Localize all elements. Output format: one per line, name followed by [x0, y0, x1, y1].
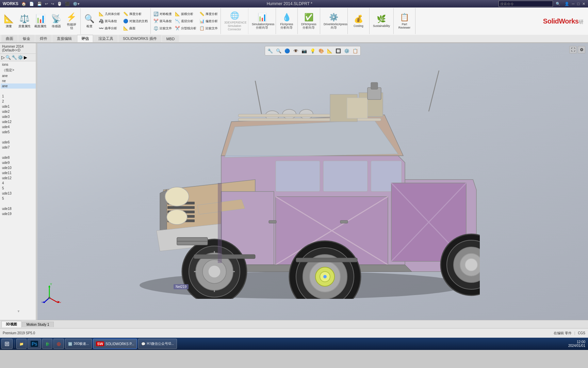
deviation-btn[interactable]: 📊 偏差分析	[198, 18, 219, 25]
compare-btn[interactable]: ⚖️ 比较文件	[152, 25, 173, 32]
viewport[interactable]: 🔧 🔍 🔵 👁️ 📷 💡 🎨 📐 🔲 ⚙️ 📋 ⛶ ⚙	[37, 43, 588, 320]
vp-camera-btn[interactable]: 📷	[300, 47, 308, 55]
tree-item-5b[interactable]: 5	[1, 196, 36, 201]
tree-item-ions[interactable]: ions	[1, 62, 36, 67]
user-icon[interactable]: 👤	[565, 2, 569, 6]
tree-item-ude3[interactable]: ude3	[1, 114, 36, 119]
vp-orient-btn[interactable]: 🔧	[266, 47, 274, 55]
symmetric-btn[interactable]: 🔄 对称检查	[152, 11, 173, 17]
tree-item-ude12[interactable]: ude12	[1, 119, 36, 124]
tree-item-ane2[interactable]: ane	[1, 83, 36, 89]
save-btn[interactable]: 💾	[36, 1, 43, 6]
taskbar-folder-btn[interactable]: 📁	[16, 339, 27, 349]
tree-item-ude4[interactable]: ude4	[1, 124, 36, 129]
taskbar-photoshop-btn[interactable]: Ps	[28, 339, 41, 349]
sidebar-filter-icon[interactable]: 🔧	[12, 55, 17, 60]
activate-btn[interactable]: 🔵 对激活的文档	[122, 18, 149, 25]
tree-item-1[interactable]: 1	[1, 94, 36, 99]
tree-item-ude9[interactable]: ude9	[1, 160, 36, 165]
thickness-btn[interactable]: 📏 厚度分析	[122, 11, 149, 17]
taskbar-360-btn[interactable]: 🔢 360极速...	[65, 339, 92, 349]
taskbar-app1-btn[interactable]: 🐉	[42, 339, 52, 349]
undo-btn[interactable]: ↩	[44, 1, 49, 6]
sustainability-btn[interactable]: 🌿 Sustainability	[371, 9, 392, 33]
tab-plugins[interactable]: SOLIDWORKS 插件	[118, 35, 161, 42]
sidebar-search-icon[interactable]: 🔍	[5, 55, 11, 60]
tree-item-ude11[interactable]: ude11	[1, 170, 36, 175]
costing-btn[interactable]: 💰 Costing	[349, 9, 368, 33]
taskbar-start-btn[interactable]: ⊞	[1, 339, 13, 349]
surface-btn[interactable]: 📐 曲面	[122, 25, 149, 32]
tab-surface[interactable]: 曲面	[1, 35, 18, 42]
sidebar-settings-icon[interactable]: ⚙️	[18, 55, 23, 60]
tree-item-ude2[interactable]: ude2	[1, 109, 36, 114]
tree-item-ude19[interactable]: ude19	[1, 211, 36, 216]
taskbar-sw-btn[interactable]: SW SOLIDWORKS P...	[93, 339, 137, 349]
sidebar-more-icon[interactable]: ▶	[24, 55, 27, 60]
thickness2-btn[interactable]: 📏 厚度分析	[198, 11, 219, 17]
sensors-btn[interactable]: 📡 传感器	[49, 9, 64, 33]
tree-item-2[interactable]: 2	[1, 99, 36, 104]
tree-item-ude5[interactable]: ude5	[1, 129, 36, 135]
redo-btn[interactable]: ↪	[50, 1, 55, 6]
vp-more-btn[interactable]: 📋	[352, 47, 359, 55]
sidebar-tree[interactable]: ions （指定> ane ne ane 1 2 ude1 ude2 ude3 …	[0, 61, 37, 320]
vp-settings-btn[interactable]: ⚙️	[343, 47, 350, 55]
tree-item-ude8[interactable]: ude8	[1, 155, 36, 160]
tree-item-ude13[interactable]: ude13	[1, 191, 36, 196]
vp-display-btn[interactable]: 🔲	[334, 47, 342, 55]
undercut-btn[interactable]: 📉 底切分析	[174, 18, 198, 25]
search-input[interactable]	[499, 1, 553, 7]
tree-item-ne[interactable]: ne	[1, 78, 36, 83]
vp-view-btn[interactable]: 👁️	[292, 47, 299, 55]
check-btn[interactable]: 🔍 检查	[82, 9, 97, 33]
bottom-tab-motion[interactable]: Motion Study 1	[22, 322, 54, 327]
close-btn[interactable]: ✕	[582, 2, 585, 6]
parting-btn[interactable]: ✂️ 斑马条纹	[152, 18, 173, 25]
3dexp-btn[interactable]: 🌐 3DEXPERIENCESimulationConnector	[222, 9, 247, 33]
maximize-btn[interactable]: □	[577, 2, 579, 6]
tab-weldment[interactable]: 焊件	[35, 35, 52, 42]
quick-access-toolbar[interactable]: 🏠 📄 💾 ↩ ↪ 🖱️ ⬛ ⚙️▾	[20, 1, 81, 6]
zebra-btn[interactable]: 🦓 斑马条纹	[97, 18, 121, 25]
tree-item-ude7[interactable]: ude7	[1, 145, 36, 150]
viewport-settings-btn[interactable]: ⚙	[578, 46, 585, 53]
simxpress-btn[interactable]: 📊 SimulationXpress分析向导	[250, 9, 274, 33]
sidebar-expand-icon[interactable]: ▷	[1, 55, 5, 60]
taskbar-app2-btn[interactable]: ⊕	[53, 339, 64, 349]
minimize-btn[interactable]: ─	[572, 2, 575, 6]
tab-evaluate[interactable]: 评估	[77, 35, 93, 42]
tree-item-ude12b[interactable]: ude12	[1, 175, 36, 181]
tree-item-ude18[interactable]: ude18	[1, 206, 36, 211]
tree-item-ude1[interactable]: ude1	[1, 104, 36, 109]
tree-item-4[interactable]: 4	[1, 181, 36, 186]
tree-item-blank1[interactable]	[1, 89, 36, 94]
tab-direct-edit[interactable]: 直接编辑	[52, 35, 76, 42]
tree-item-ude10[interactable]: ude10	[1, 165, 36, 170]
mass-props-btn[interactable]: ⚖️ 质量属性	[17, 9, 32, 33]
tab-mbd[interactable]: MBD	[162, 35, 179, 42]
taskbar-wechat-btn[interactable]: 💬 H:\微信公众号\0...	[138, 339, 177, 349]
cursor-btn[interactable]: 🖱️	[56, 1, 63, 6]
vp-rotate-btn[interactable]: 🔵	[283, 47, 291, 55]
dfmxpress-btn[interactable]: ✅ DFMXpress分析向导	[299, 9, 318, 33]
driveworks-btn[interactable]: ⚙️ DriveWorksXpress向导	[322, 9, 346, 33]
tree-item-spec[interactable]: （指定>	[1, 67, 36, 73]
viewport-expand-btn[interactable]: ⛶	[569, 46, 577, 53]
search-icon[interactable]: 🔍	[556, 2, 560, 6]
new-btn[interactable]: 📄	[28, 1, 35, 6]
home-btn[interactable]: 🏠	[20, 1, 27, 6]
tab-render[interactable]: 渲染工具	[94, 35, 118, 42]
section-props-btn[interactable]: 📊 截面属性	[33, 9, 48, 33]
partreviewer-btn[interactable]: 📋 PartReviewer	[395, 9, 414, 33]
draft-btn[interactable]: 📐 拔模分析	[174, 11, 198, 17]
tree-item-ane1[interactable]: ane	[1, 73, 36, 78]
measure-btn[interactable]: 📐 测量	[1, 9, 16, 33]
sidebar-resize-handle[interactable]	[36, 43, 37, 320]
tree-item-ude6[interactable]: ude6	[1, 140, 36, 145]
geometry-btn[interactable]: 📐 几何体分析	[97, 11, 121, 17]
options-btn[interactable]: ⚙️▾	[72, 1, 81, 6]
parting-line-btn[interactable]: ✂️ 分型线分析	[174, 25, 198, 32]
vp-grid-btn[interactable]: 📐	[326, 47, 333, 55]
vp-zoom-btn[interactable]: 🔍	[275, 47, 282, 55]
